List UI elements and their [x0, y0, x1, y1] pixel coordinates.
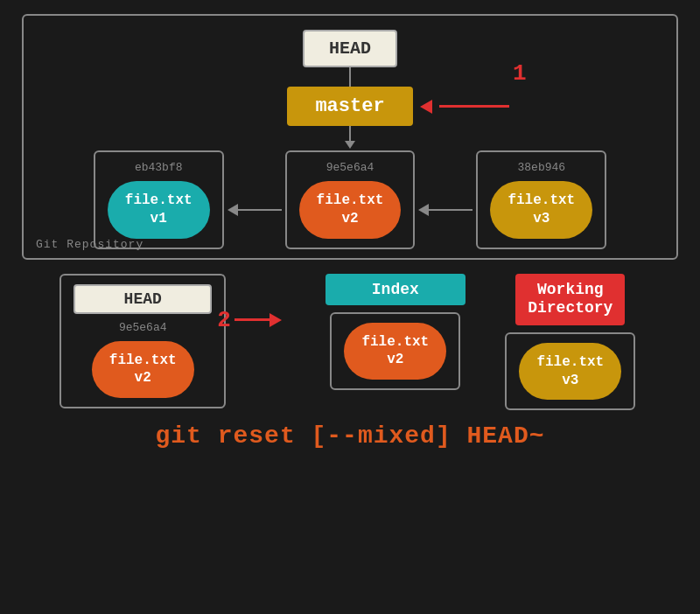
- arrow-head-left-0: [228, 204, 238, 216]
- arrow-head-left-1: [418, 204, 429, 216]
- master-container: master 1: [287, 87, 412, 126]
- arrow-1-line: [439, 105, 509, 108]
- bottom-head-section: HEAD 9e5e6a4 file.txt v2: [60, 274, 226, 409]
- label-2: 2: [217, 307, 231, 333]
- master-to-commits-line: [349, 126, 351, 142]
- index-blob-wrap: file.txt v2: [330, 312, 460, 391]
- commit-hash-2: 38eb946: [518, 161, 566, 174]
- git-repo-label: Git Repository: [36, 238, 144, 251]
- commit-hash-0: eb43bf8: [135, 161, 183, 174]
- arrow-center-to-left: [228, 204, 282, 216]
- working-directory-section: WorkingDirectory file.txt v3: [500, 274, 640, 411]
- file-blob-2: file.txt v3: [490, 181, 592, 239]
- bottom-head-hash: 9e5e6a4: [119, 321, 167, 334]
- arrow-1-head: [420, 100, 432, 114]
- arrow-2-head: [270, 313, 282, 327]
- bottom-head-label: HEAD: [74, 284, 212, 314]
- arrow-1: [420, 100, 509, 114]
- arrow-2: 2: [217, 307, 282, 333]
- index-label: Index: [326, 274, 466, 305]
- file-blob-0: file.txt v1: [108, 181, 210, 239]
- label-1: 1: [513, 60, 527, 87]
- master-box: master 1: [287, 87, 412, 126]
- commit-box-2: 38eb946 file.txt v3: [476, 150, 606, 249]
- head-label: HEAD: [329, 38, 371, 59]
- index-blob: file.txt v2: [344, 323, 446, 380]
- arrow-line-1: [429, 209, 472, 211]
- head-box-top: HEAD: [303, 30, 397, 67]
- commits-row: eb43bf8 file.txt v1 9e5e6a4 file.txt v2: [41, 150, 659, 249]
- v-line-master: [349, 126, 351, 142]
- arrow-line-0: [238, 209, 282, 211]
- wd-blob-wrap: file.txt v3: [505, 332, 635, 411]
- commit-box-0: eb43bf8 file.txt v1: [94, 150, 224, 249]
- git-command: git reset [--mixed] HEAD~: [155, 422, 544, 450]
- bottom-diagram: HEAD 9e5e6a4 file.txt v2 2 Index file.tx…: [22, 274, 678, 450]
- wd-label: WorkingDirectory: [515, 274, 625, 325]
- bottom-boxes-row: HEAD 9e5e6a4 file.txt v2 2 Index file.tx…: [22, 274, 678, 411]
- top-diagram: HEAD master 1 eb43bf8 file.txt v1: [22, 14, 678, 260]
- commit-box-1: 9e5e6a4 file.txt v2: [285, 150, 416, 249]
- index-section: Index file.txt v2: [326, 274, 466, 391]
- wd-blob: file.txt v3: [519, 343, 621, 401]
- bottom-head-blob: file.txt v2: [92, 341, 194, 399]
- arrow-right-to-center: [418, 204, 472, 216]
- head-to-master-line: [349, 67, 351, 87]
- master-label: master: [315, 95, 384, 117]
- commit-hash-1: 9e5e6a4: [326, 161, 374, 174]
- arrow-2-line: [234, 318, 270, 321]
- file-blob-1: file.txt v2: [299, 181, 402, 239]
